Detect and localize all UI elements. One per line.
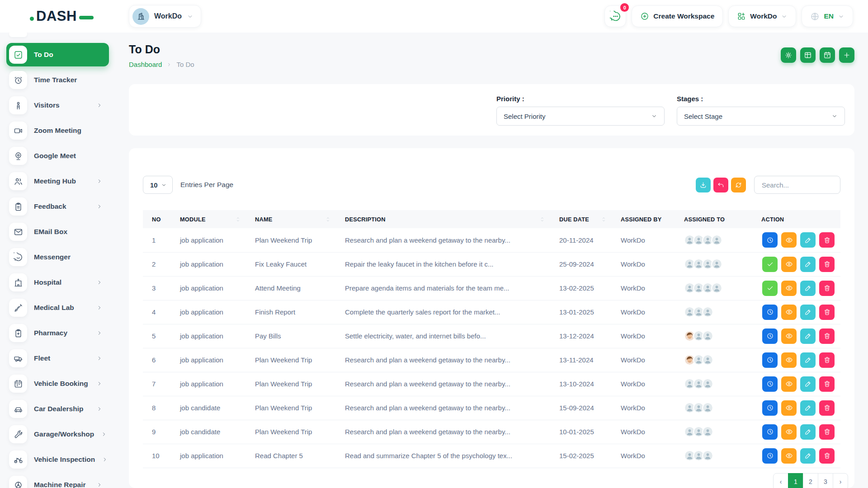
sidebar-item-garage-workshop[interactable]: Garage/Workshop — [6, 422, 109, 446]
delete-button[interactable] — [819, 352, 835, 368]
sidebar-item-visitors[interactable]: Visitors — [6, 94, 109, 117]
sidebar-item-vehicle-inspection[interactable]: Vehicle Inspection — [6, 448, 109, 471]
add-todo-button[interactable] — [839, 47, 854, 63]
view-button[interactable] — [781, 328, 797, 344]
sidebar-item-feedback[interactable]: Feedback — [6, 195, 109, 218]
view-button[interactable] — [781, 232, 797, 248]
status-pending-button[interactable] — [762, 352, 778, 368]
sidebar-item-time-tracker[interactable]: Time Tracker — [6, 68, 109, 92]
status-done-button[interactable] — [762, 257, 778, 272]
sidebar-item-pharmacy[interactable]: Pharmacy — [6, 321, 109, 345]
sort-icon[interactable] — [540, 216, 546, 223]
status-pending-button[interactable] — [762, 232, 778, 248]
sidebar-item-google-meet[interactable]: Google Meet — [6, 144, 109, 168]
pagination-page-active[interactable]: 1 — [788, 473, 803, 488]
search-input[interactable] — [754, 176, 840, 194]
status-pending-button[interactable] — [762, 400, 778, 416]
view-button[interactable] — [781, 448, 797, 464]
pagination-page[interactable]: ‹ — [773, 473, 788, 488]
view-button[interactable] — [781, 400, 797, 416]
sort-icon[interactable] — [601, 216, 607, 223]
delete-button[interactable] — [819, 328, 835, 344]
edit-button[interactable] — [800, 448, 816, 464]
edit-button[interactable] — [800, 232, 816, 248]
view-button[interactable] — [781, 257, 797, 272]
sidebar-item-email-box[interactable]: EMail Box — [6, 220, 109, 244]
status-done-button[interactable] — [762, 281, 778, 296]
export-button[interactable] — [696, 178, 711, 192]
view-button[interactable] — [781, 424, 797, 440]
table-row: 7job applicationPlan Weekend TripResearc… — [143, 372, 840, 396]
column-header[interactable]: NAME — [246, 210, 336, 228]
sidebar-item-fleet[interactable]: Fleet — [6, 347, 109, 370]
edit-button[interactable] — [800, 305, 816, 320]
edit-button[interactable] — [800, 352, 816, 368]
sidebar-item-hospital[interactable]: Hospital — [6, 271, 109, 294]
edit-button[interactable] — [800, 400, 816, 416]
column-header[interactable]: DUE DATE — [550, 210, 612, 228]
stage-select[interactable]: Select Stage — [677, 107, 845, 126]
view-button[interactable] — [781, 305, 797, 320]
brand-logo[interactable]: DASH — [30, 8, 94, 24]
settings-button[interactable] — [781, 47, 796, 63]
delete-button[interactable] — [819, 400, 835, 416]
sort-icon[interactable] — [326, 216, 331, 223]
edit-button[interactable] — [800, 281, 816, 296]
status-pending-button[interactable] — [762, 448, 778, 464]
status-pending-button[interactable] — [762, 376, 778, 392]
workspace-avatar — [132, 8, 149, 25]
assigned-to-cell — [675, 324, 752, 348]
sidebar-item-vehicle-booking[interactable]: Vehicle Booking — [6, 372, 109, 395]
due-date-cell: 13-10-2024 — [550, 372, 612, 396]
status-pending-button[interactable] — [762, 305, 778, 320]
delete-button[interactable] — [819, 232, 835, 248]
people-icon — [9, 172, 27, 190]
sort-icon[interactable] — [236, 216, 241, 223]
edit-button[interactable] — [800, 328, 816, 344]
create-workspace-button[interactable]: Create Workspace — [632, 5, 723, 27]
edit-button[interactable] — [800, 257, 816, 272]
due-date-cell: 20-11-2024 — [550, 228, 612, 252]
sidebar-item-label: Vehicle Inspection — [34, 455, 95, 464]
edit-button[interactable] — [800, 376, 816, 392]
sidebar-item-zoom-meeting[interactable]: Zoom Meeting — [6, 119, 109, 142]
language-selector[interactable]: EN — [802, 5, 853, 27]
delete-button[interactable] — [819, 257, 835, 272]
workdo-menu-button[interactable]: WorkDo — [728, 5, 796, 27]
column-header[interactable]: DESCRIPTION — [336, 210, 550, 228]
delete-button[interactable] — [819, 305, 835, 320]
column-header[interactable]: MODULE — [171, 210, 246, 228]
view-button[interactable] — [781, 376, 797, 392]
sidebar-item-medical-lab[interactable]: Medical Lab — [6, 296, 109, 319]
view-button[interactable] — [781, 281, 797, 296]
calendar-view-button[interactable] — [820, 47, 835, 63]
sidebar-item-label: Visitors — [34, 101, 60, 109]
column-header: ASSIGNED TO — [675, 210, 752, 228]
pagination-page[interactable]: 2 — [803, 473, 818, 488]
delete-button[interactable] — [819, 448, 835, 464]
delete-button[interactable] — [819, 376, 835, 392]
edit-button[interactable] — [800, 424, 816, 440]
sidebar-item-to-do[interactable]: To Do — [6, 43, 109, 66]
delete-button[interactable] — [819, 281, 835, 296]
sidebar-item-meeting-hub[interactable]: Meeting Hub — [6, 169, 109, 193]
status-pending-button[interactable] — [762, 424, 778, 440]
delete-button[interactable] — [819, 424, 835, 440]
chat-button[interactable]: 0 — [604, 5, 626, 27]
sidebar-item-machine-repair[interactable]: Machine Repair — [6, 473, 109, 488]
status-pending-button[interactable] — [762, 328, 778, 344]
pagination-page[interactable]: 3 — [818, 473, 833, 488]
priority-select[interactable]: Select Priority — [496, 107, 665, 126]
entries-per-page-select[interactable]: 10 — [143, 176, 173, 194]
sidebar-item-car-dealership[interactable]: Car Dealership — [6, 397, 109, 421]
view-button[interactable] — [781, 352, 797, 368]
refresh-button[interactable] — [731, 178, 746, 192]
eye-icon — [785, 428, 793, 436]
breadcrumb-home-link[interactable]: Dashboard — [129, 61, 162, 68]
pagination-page[interactable]: › — [833, 473, 848, 488]
workspace-selector[interactable]: WorkDo — [129, 5, 201, 28]
sidebar-item-messenger[interactable]: Messenger — [6, 245, 109, 269]
chevron-right-icon — [96, 305, 103, 311]
reset-button[interactable] — [713, 178, 728, 192]
grid-view-button[interactable] — [800, 47, 816, 63]
